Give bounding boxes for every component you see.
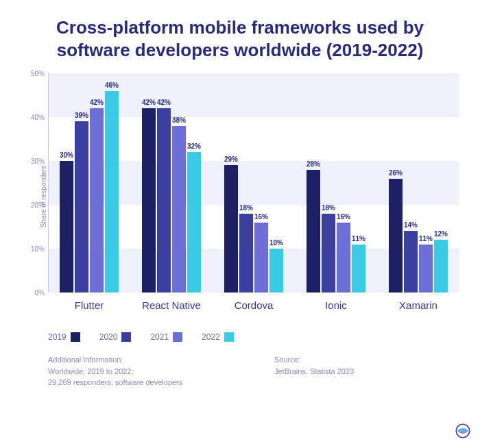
footer-info-line: 29,269 responders; software developers — [48, 377, 233, 388]
chart-title: Cross-platform mobile frameworks used by… — [0, 0, 480, 66]
bar: 10% — [269, 249, 283, 293]
footer-source-line: JetBrains, Statista 2023 — [274, 366, 459, 377]
legend: 2019202020212022 — [48, 332, 459, 342]
y-tick-label: 0% — [24, 289, 45, 297]
bar-value-label: 42% — [157, 99, 171, 106]
bar: 16% — [254, 223, 268, 293]
legend-label: 2019 — [48, 332, 67, 342]
bar-group: 30%39%42%46% — [60, 91, 119, 293]
bar-value-label: 39% — [75, 112, 88, 119]
y-tick-label: 10% — [24, 245, 45, 253]
y-tick-label: 40% — [24, 114, 45, 121]
legend-swatch — [224, 332, 234, 342]
bar-group: 42%42%38%32% — [142, 108, 201, 293]
y-axis-label: Share of responders — [40, 166, 47, 228]
bar-value-label: 18% — [322, 204, 335, 212]
legend-label: 2020 — [99, 332, 118, 342]
category-label: Flutter — [55, 299, 123, 311]
category-label: Cordova — [219, 299, 288, 311]
legend-swatch — [173, 332, 182, 342]
bar: 11% — [352, 245, 365, 293]
bar: 38% — [172, 126, 186, 293]
bar-value-label: 26% — [389, 169, 403, 177]
chart-footer: Additional Information: Worldwide; 2019 … — [48, 354, 459, 388]
bar: 14% — [404, 231, 418, 293]
bar: 28% — [307, 170, 320, 293]
bar: 18% — [322, 214, 335, 293]
bar-group: 28%18%16%11% — [307, 170, 365, 293]
bar: 42% — [90, 108, 104, 293]
bar-value-label: 42% — [90, 99, 104, 106]
legend-item: 2021 — [150, 332, 182, 342]
bar-value-label: 11% — [352, 235, 365, 242]
bar-value-label: 30% — [60, 151, 73, 159]
bar: 42% — [142, 108, 156, 293]
bar: 32% — [187, 152, 201, 293]
category-label: React Native — [137, 299, 206, 311]
bar: 42% — [157, 108, 171, 293]
footer-info: Additional Information: Worldwide; 2019 … — [48, 354, 233, 388]
bar-value-label: 46% — [105, 82, 119, 89]
footer-source-heading: Source: — [274, 354, 459, 366]
bar-value-label: 11% — [419, 235, 433, 242]
bar: 12% — [434, 240, 448, 293]
bar-value-label: 42% — [142, 99, 156, 106]
legend-swatch — [71, 332, 80, 342]
bar-value-label: 29% — [224, 155, 238, 163]
legend-item: 2022 — [202, 332, 234, 342]
bar: 26% — [389, 179, 403, 293]
bar-value-label: 14% — [404, 221, 418, 229]
legend-item: 2019 — [48, 332, 80, 342]
bar: 18% — [239, 214, 253, 293]
bar: 16% — [337, 223, 350, 293]
bar: 29% — [224, 165, 238, 293]
category-label: Xamarin — [384, 299, 453, 311]
brand-logo-icon — [454, 422, 472, 440]
bar-value-label: 18% — [239, 204, 253, 212]
bar-value-label: 28% — [307, 160, 320, 168]
bar-value-label: 16% — [254, 213, 268, 221]
category-labels: FlutterReact NativeCordovaIonicXamarin — [48, 299, 459, 311]
bar-group: 26%14%11%12% — [389, 179, 448, 293]
legend-swatch — [121, 332, 131, 342]
legend-label: 2021 — [150, 332, 169, 342]
y-tick-label: 30% — [24, 158, 45, 165]
bar-value-label: 10% — [269, 239, 283, 247]
bar: 30% — [60, 161, 73, 293]
bar-value-label: 38% — [172, 116, 186, 124]
bar: 39% — [75, 121, 88, 293]
bar-value-label: 12% — [434, 230, 448, 238]
footer-info-line: Worldwide; 2019 to 2022; — [48, 366, 233, 377]
legend-label: 2022 — [202, 332, 220, 342]
bar-value-label: 32% — [187, 142, 201, 150]
bar: 46% — [105, 91, 119, 293]
footer-info-heading: Additional Information: — [48, 354, 233, 366]
legend-item: 2020 — [99, 332, 132, 342]
category-label: Ionic — [302, 299, 370, 311]
chart-area: Share of responders 0%10%20%30%40%50% 30… — [48, 73, 459, 320]
bar: 11% — [419, 245, 433, 293]
bar-value-label: 16% — [337, 213, 350, 221]
y-tick-label: 50% — [24, 70, 45, 77]
y-tick-label: 20% — [24, 201, 45, 209]
footer-source: Source: JetBrains, Statista 2023 — [274, 354, 459, 388]
bar-group: 29%18%16%10% — [224, 165, 283, 293]
bar-groups: 30%39%42%46%42%42%38%32%29%18%16%10%28%1… — [48, 73, 459, 293]
